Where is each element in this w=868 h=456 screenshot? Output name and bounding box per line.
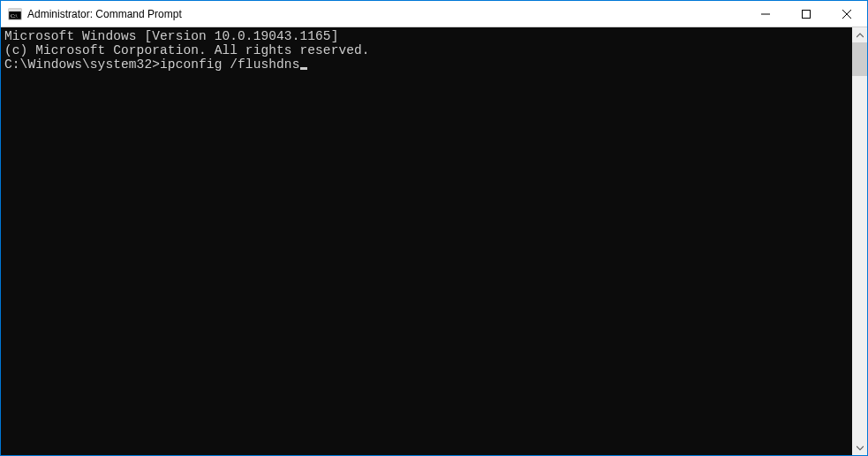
scrollbar-track[interactable] <box>852 42 867 440</box>
titlebar[interactable]: C:\ Administrator: Command Prompt <box>1 1 867 27</box>
chevron-up-icon <box>857 32 864 39</box>
scrollbar-thumb[interactable] <box>852 42 867 76</box>
svg-text:C:\: C:\ <box>11 13 18 19</box>
window-controls <box>745 1 867 27</box>
vertical-scrollbar[interactable] <box>852 27 867 455</box>
content-area: Microsoft Windows [Version 10.0.19043.11… <box>1 27 867 455</box>
scroll-down-button[interactable] <box>852 440 867 455</box>
prompt-text: C:\Windows\system32> <box>4 57 160 72</box>
command-text: ipconfig /flushdns <box>160 57 299 72</box>
close-icon <box>842 10 851 19</box>
version-line: Microsoft Windows [Version 10.0.19043.11… <box>4 29 849 43</box>
chevron-down-icon <box>857 445 864 452</box>
text-cursor <box>300 67 307 70</box>
close-button[interactable] <box>826 1 867 27</box>
svg-rect-1 <box>9 9 21 11</box>
copyright-line: (c) Microsoft Corporation. All rights re… <box>4 43 849 57</box>
svg-rect-4 <box>803 10 811 18</box>
command-prompt-window: C:\ Administrator: Command Prompt <box>0 0 868 456</box>
maximize-icon <box>802 10 811 19</box>
minimize-icon <box>761 10 770 19</box>
scroll-up-button[interactable] <box>852 27 867 42</box>
app-icon: C:\ <box>8 7 22 21</box>
maximize-button[interactable] <box>786 1 826 27</box>
minimize-button[interactable] <box>745 1 786 27</box>
prompt-line: C:\Windows\system32>ipconfig /flushdns <box>4 57 849 72</box>
window-title: Administrator: Command Prompt <box>27 8 745 20</box>
terminal-output[interactable]: Microsoft Windows [Version 10.0.19043.11… <box>1 27 852 455</box>
